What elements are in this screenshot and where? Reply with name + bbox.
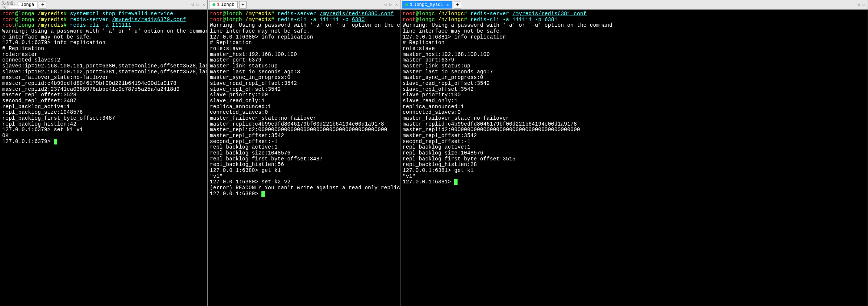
tab-bar: 1 longb + ◁ ▷ ✕: [208, 0, 400, 10]
terminal-pane-longb: 1 longb + ◁ ▷ ✕ root@longb /myredis# red…: [208, 0, 400, 306]
cursor-icon: [454, 179, 458, 185]
arrow-right-icon[interactable]: ▷: [196, 2, 200, 7]
tab-bar: A 🔍 1 longa + ◁ ▷ ✕: [0, 0, 207, 10]
tab-nav-arrows: ◁ ▷ ✕: [190, 2, 206, 7]
terminal-output[interactable]: root@longc /h/longc# redis-server /myred…: [400, 10, 868, 306]
tab-longb[interactable]: 1 longb: [209, 1, 238, 8]
close-pane-icon[interactable]: ✕: [202, 2, 206, 7]
arrow-left-icon[interactable]: ◁: [383, 2, 387, 7]
status-dot-icon: [405, 3, 408, 6]
arrow-left-icon[interactable]: ◁: [857, 2, 861, 7]
tab-bar: 1 longc_mysql ✕ + ◁ ▷: [400, 0, 868, 10]
tab-number: 1: [410, 2, 412, 7]
add-tab-button[interactable]: +: [454, 1, 461, 9]
tab-label: longc_mysql: [414, 2, 443, 7]
tab-nav-arrows: ◁ ▷ ✕: [383, 2, 399, 7]
arrow-right-icon[interactable]: ▷: [389, 2, 393, 7]
add-tab-button[interactable]: +: [239, 1, 247, 9]
tooltip-note: 头按钮。: [0, 0, 19, 6]
tab-label: longa: [21, 2, 34, 7]
terminal-output[interactable]: root@longa /myredis# systemctl stop fire…: [0, 10, 207, 306]
cursor-icon: [261, 191, 265, 197]
status-dot-icon: [212, 3, 215, 6]
close-tab-icon[interactable]: ✕: [446, 2, 449, 8]
cursor-icon: [54, 139, 57, 144]
tab-number: 1: [217, 2, 220, 7]
arrow-left-icon[interactable]: ◁: [190, 2, 194, 7]
terminal-output[interactable]: root@longb /myredis# redis-server /myred…: [208, 10, 400, 306]
terminal-pane-longc: 1 longc_mysql ✕ + ◁ ▷ root@longc /h/long…: [400, 0, 868, 306]
terminal-pane-longa: A 🔍 1 longa + ◁ ▷ ✕ root@longa /myredis#…: [0, 0, 208, 306]
tab-label: longb: [221, 2, 234, 7]
tab-longc-mysql[interactable]: 1 longc_mysql ✕: [402, 1, 452, 9]
add-tab-button[interactable]: +: [39, 1, 46, 9]
arrow-right-icon[interactable]: ▷: [862, 2, 866, 7]
close-pane-icon[interactable]: ✕: [395, 2, 399, 7]
tab-nav-arrows: ◁ ▷: [857, 2, 866, 7]
